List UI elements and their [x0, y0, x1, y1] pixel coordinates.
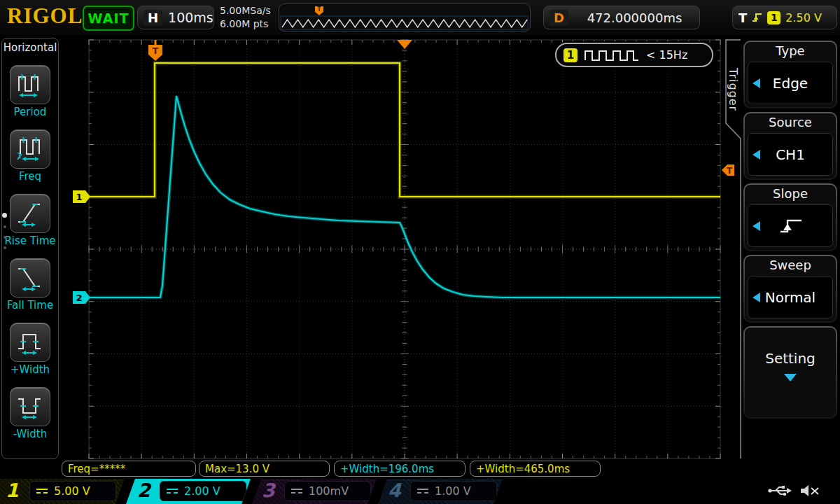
period-icon [15, 70, 45, 99]
svg-text:1: 1 [76, 192, 82, 202]
chevron-left-icon [752, 78, 760, 88]
measure-button-rise-time[interactable] [10, 194, 50, 233]
rising-slope-icon [776, 217, 804, 235]
rising-slope-icon [752, 12, 762, 23]
chevron-down-icon [784, 374, 797, 382]
channel-3-block[interactable]: 3 100mV [252, 479, 377, 504]
channel-2-number: 2 [137, 479, 150, 501]
memory-depth: 6.00M pts [220, 18, 271, 31]
chevron-left-icon [752, 293, 760, 302]
measure-label-rise-time: Rise Time [0, 234, 65, 247]
channel-4-number: 4 [388, 479, 401, 501]
measure-label-freq: Freq [0, 170, 65, 183]
timebase-value: 100ms [168, 10, 214, 25]
memory-waveform-thumbnail[interactable]: T [279, 4, 531, 31]
trigger-frequency-badge: 1 < 15Hz [555, 43, 713, 67]
speaker-muted-icon [799, 483, 820, 498]
measure-label-period: Period [0, 106, 65, 118]
fall-time-icon [15, 263, 45, 293]
menu-value-source: CH1 [748, 133, 833, 176]
delay-center-marker[interactable] [397, 40, 412, 49]
measure-button-plus-width[interactable] [10, 323, 50, 362]
channel-status-bar: 1 5.00 V 2 2.00 V 3 100mV 4 1.00 V [0, 479, 840, 504]
measure-panel-title: Horizontal [2, 41, 58, 54]
trigger-level-value: 2.50 V [785, 11, 822, 24]
channel-4-scale: 1.00 V [410, 481, 497, 501]
measurement-freq: Freq=***** [62, 461, 196, 477]
freq-icon: 1 [15, 134, 45, 164]
channel-3-number: 3 [262, 479, 275, 501]
measure-button-fall-time[interactable] [10, 258, 50, 298]
h-label: H [144, 10, 162, 26]
dc-coupling-icon [417, 489, 428, 493]
measure-panel: Horizontal Period 1 Freq [1, 38, 59, 459]
rigol-logo: RIGOL [7, 4, 83, 29]
measure-page-indicator[interactable] [2, 205, 9, 249]
top-status-bar: RIGOL WAIT H 100ms 5.00MSa/s 6.00M pts T… [0, 0, 840, 35]
menu-value-slope [748, 204, 833, 247]
acquisition-info: 5.00MSa/s 6.00M pts [220, 4, 271, 31]
t-label: T [738, 10, 747, 25]
channel-2-scale: 2.00 V [160, 481, 246, 501]
menu-value-sweep: Normal [748, 276, 833, 318]
measure-label-fall-time: Fall Time [0, 299, 65, 312]
dc-coupling-icon [36, 489, 48, 493]
thumbnail-waveform-icon: T [279, 4, 530, 31]
menu-item-source[interactable]: Source CH1 [743, 112, 837, 180]
plus-width-icon [15, 328, 45, 357]
channel-3-scale: 100mV [284, 481, 371, 501]
measurement-pwidth-ch2: +Width=196.0ms [334, 461, 465, 477]
measurement-max: Max=13.0 V [199, 461, 330, 477]
oscilloscope-screen: RIGOL WAIT H 100ms 5.00MSa/s 6.00M pts T… [0, 0, 840, 504]
delay-value: 472.000000ms [575, 10, 694, 25]
svg-text:2: 2 [76, 293, 82, 303]
menu-title-source: Source [745, 113, 836, 130]
menu-item-sweep[interactable]: Sweep Normal [743, 255, 837, 323]
svg-text:T: T [317, 6, 321, 13]
menu-item-slope[interactable]: Slope [743, 183, 837, 251]
measure-button-freq[interactable]: 1 [10, 130, 50, 169]
d-label: D [550, 10, 568, 26]
trigger-level-marker[interactable]: T [722, 164, 734, 176]
trigger-frequency-note: < 15Hz [646, 48, 687, 62]
rise-time-icon [15, 199, 45, 228]
chevron-left-icon [752, 150, 760, 160]
waveform-display: T T 1 2 [0, 0, 840, 504]
channel-2-block-selected[interactable]: 2 2.00 V [126, 479, 251, 504]
horizontal-timebase-box[interactable]: H 100ms [137, 6, 214, 29]
dc-coupling-icon [291, 489, 302, 493]
measure-button-minus-width[interactable] [10, 387, 50, 426]
channel-1-number: 1 [6, 479, 19, 501]
menu-title-type: Type [745, 42, 836, 58]
trigger-status-box[interactable]: T 1 2.50 V [732, 6, 837, 29]
trigger-position-marker[interactable]: T [148, 40, 162, 61]
square-wave-icon [584, 49, 640, 62]
trigger-source-badge: 1 [767, 11, 780, 24]
menu-value-type: Edge [748, 62, 833, 104]
measure-label-minus-width: -Width [0, 428, 65, 440]
dc-coupling-icon [167, 489, 178, 493]
minus-width-icon [15, 392, 45, 421]
measure-label-plus-width: +Width [0, 363, 65, 376]
run-status-badge: WAIT [83, 6, 134, 31]
channel-1-block[interactable]: 1 5.00 V [0, 479, 125, 504]
channel-1-scale: 5.00 V [29, 481, 116, 501]
measure-button-period[interactable] [10, 65, 50, 104]
menu-item-setting[interactable]: Setting [743, 326, 837, 419]
menu-item-type[interactable]: Type Edge [743, 41, 837, 108]
waveform-traces [89, 63, 720, 298]
trigger-menu-tab: Trigger [726, 50, 740, 129]
graticule [89, 40, 720, 458]
measurement-pwidth-ch1: +Width=465.0ms [470, 461, 601, 477]
delay-position-box[interactable]: D 472.000000ms [543, 6, 700, 29]
svg-text:T: T [153, 46, 159, 56]
menu-title-setting: Setting [745, 328, 836, 367]
ch2-position-marker[interactable]: 2 [73, 291, 90, 304]
menu-title-sweep: Sweep [745, 256, 836, 272]
svg-text:T: T [727, 166, 733, 176]
badge-channel: 1 [564, 48, 578, 62]
ch1-position-marker[interactable]: 1 [73, 190, 90, 203]
channel-4-block[interactable]: 4 1.00 V [378, 479, 503, 504]
usb-icon [767, 483, 792, 498]
sample-rate: 5.00MSa/s [220, 4, 271, 18]
